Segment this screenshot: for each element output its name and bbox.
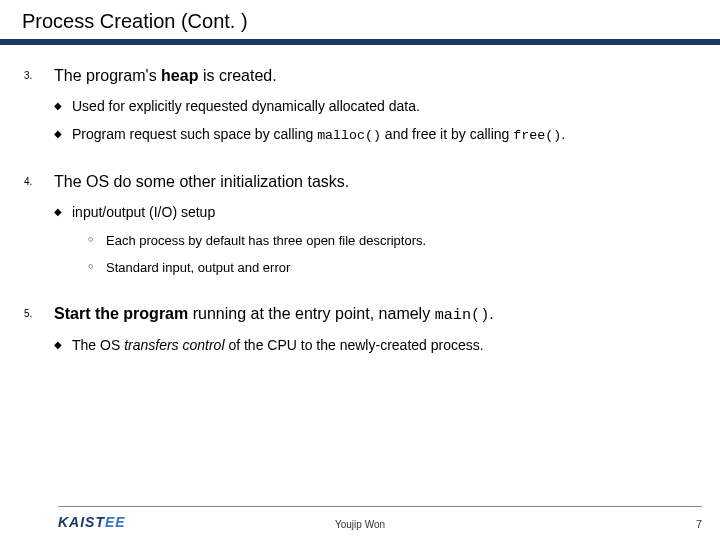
sub2-item: ○ Standard input, output and error xyxy=(106,259,688,277)
slide: Process Creation (Cont. ) 3. The program… xyxy=(0,0,720,540)
author-name: Youjip Won xyxy=(0,519,720,530)
text: The program's xyxy=(54,67,161,84)
sub-list: ◆ Used for explicitly requested dynamica… xyxy=(54,97,688,146)
text: . xyxy=(561,126,565,142)
diamond-bullet-icon: ◆ xyxy=(54,127,62,141)
text: The OS xyxy=(72,337,124,353)
sub2-list: ○ Each process by default has three open… xyxy=(72,232,688,277)
sub2-item: ○ Each process by default has three open… xyxy=(106,232,688,250)
text: input/output (I/O) setup xyxy=(72,204,215,220)
list-item-4: 4. The OS do some other initialization t… xyxy=(54,171,688,277)
text: is created. xyxy=(198,67,276,84)
text: and free it by calling xyxy=(381,126,513,142)
code-text: malloc() xyxy=(317,128,381,143)
footer-rule xyxy=(58,506,702,507)
list-item-3: 3. The program's heap is created. ◆ Used… xyxy=(54,65,688,145)
sub-item: ◆ input/output (I/O) setup ○ Each proces… xyxy=(72,203,688,277)
item-heading: Start the program running at the entry p… xyxy=(54,303,688,326)
italic-text: transfers control xyxy=(124,337,224,353)
item-heading: The OS do some other initialization task… xyxy=(54,171,688,193)
list-item-5: 5. Start the program running at the entr… xyxy=(54,303,688,354)
text: Used for explicitly requested dynamicall… xyxy=(72,98,420,114)
text: The OS do some other initialization task… xyxy=(54,173,349,190)
page-number: 7 xyxy=(696,518,702,530)
text: running at the entry point, namely xyxy=(188,305,434,322)
code-text: main() xyxy=(435,306,490,324)
diamond-bullet-icon: ◆ xyxy=(54,99,62,113)
item-number: 4. xyxy=(24,175,32,189)
text: of the CPU to the newly-created process. xyxy=(225,337,484,353)
title-bar: Process Creation (Cont. ) xyxy=(0,0,720,39)
bold-text: heap xyxy=(161,67,198,84)
sub-list: ◆ input/output (I/O) setup ○ Each proces… xyxy=(54,203,688,277)
sub-item: ◆ Used for explicitly requested dynamica… xyxy=(72,97,688,116)
item-number: 5. xyxy=(24,307,32,321)
sub-item: ◆ Program request such space by calling … xyxy=(72,125,688,145)
content: 3. The program's heap is created. ◆ Used… xyxy=(0,45,720,354)
circle-bullet-icon: ○ xyxy=(88,260,93,272)
slide-title: Process Creation (Cont. ) xyxy=(22,10,720,33)
circle-bullet-icon: ○ xyxy=(88,233,93,245)
item-heading: The program's heap is created. xyxy=(54,65,688,87)
footer: KAISTEE Youjip Won 7 xyxy=(0,506,720,534)
item-number: 3. xyxy=(24,69,32,83)
diamond-bullet-icon: ◆ xyxy=(54,205,62,219)
sub-list: ◆ The OS transfers control of the CPU to… xyxy=(54,336,688,355)
diamond-bullet-icon: ◆ xyxy=(54,338,62,352)
sub-item: ◆ The OS transfers control of the CPU to… xyxy=(72,336,688,355)
text: . xyxy=(489,305,493,322)
code-text: free() xyxy=(513,128,561,143)
text: Standard input, output and error xyxy=(106,260,290,275)
text: Each process by default has three open f… xyxy=(106,233,426,248)
text: Program request such space by calling xyxy=(72,126,317,142)
bold-text: Start the program xyxy=(54,305,188,322)
